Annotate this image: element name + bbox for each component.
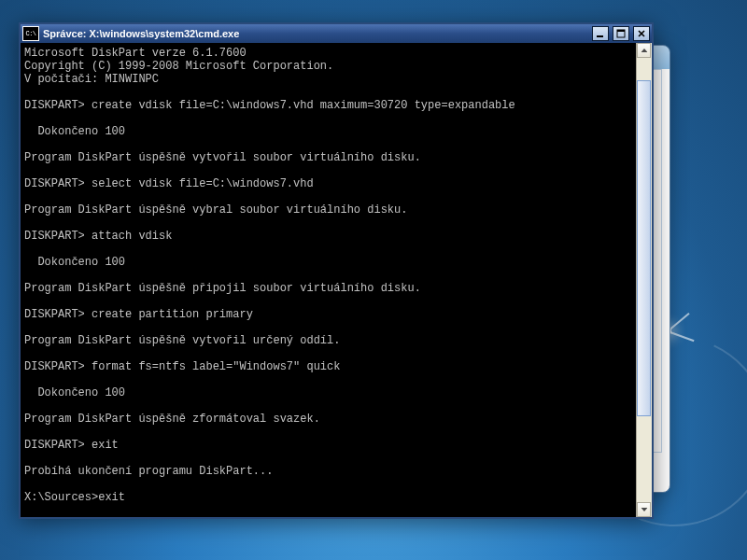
svg-marker-5 [641, 49, 647, 52]
svg-rect-2 [617, 30, 625, 32]
scroll-down-button[interactable] [637, 502, 651, 517]
scroll-up-button[interactable] [637, 43, 651, 58]
maximize-icon [616, 29, 626, 38]
cmd-output[interactable]: Microsoft DiskPart verze 6.1.7600 Copyri… [21, 43, 636, 517]
cmd-body-wrap: Microsoft DiskPart verze 6.1.7600 Copyri… [21, 43, 652, 517]
close-button[interactable] [633, 26, 650, 41]
minimize-button[interactable] [592, 26, 609, 41]
minimize-icon [596, 29, 605, 38]
svg-marker-6 [641, 508, 647, 511]
close-icon [637, 29, 646, 38]
svg-rect-0 [597, 35, 603, 37]
cmd-titlebar[interactable]: C:\ Správce: X:\windows\system32\cmd.exe [21, 24, 652, 43]
cmd-window: C:\ Správce: X:\windows\system32\cmd.exe… [19, 22, 654, 519]
chevron-up-icon [641, 49, 647, 52]
chevron-down-icon [641, 508, 647, 511]
maximize-button[interactable] [613, 26, 629, 41]
window-controls [590, 26, 652, 41]
scroll-thumb[interactable] [637, 80, 651, 416]
cmd-icon: C:\ [22, 26, 39, 41]
scrollbar[interactable] [636, 43, 652, 517]
cmd-title: Správce: X:\windows\system32\cmd.exe [43, 28, 590, 39]
